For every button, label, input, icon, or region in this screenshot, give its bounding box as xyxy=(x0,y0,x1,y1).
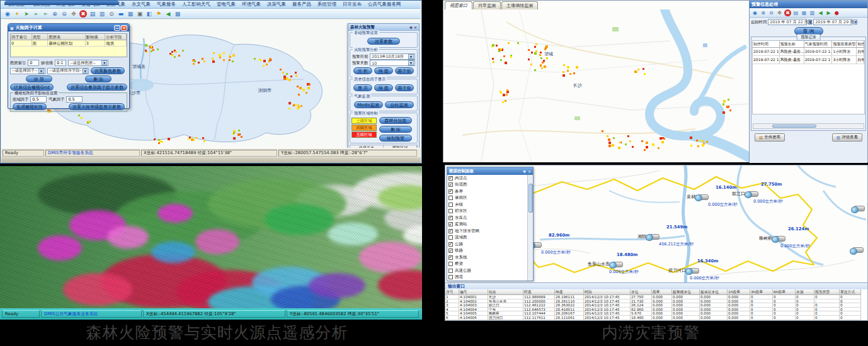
menu-item[interactable]: 气象服务 xyxy=(154,1,178,8)
set-overlay-button[interactable]: 设置综合叠加因子图示参数 xyxy=(67,84,127,91)
zone-button[interactable]: 绘制预警 xyxy=(379,135,412,142)
date-to-picker[interactable]: 2019 年 07 月 29 日▼ xyxy=(813,19,852,25)
layer-item[interactable]: 流域面 xyxy=(447,235,527,242)
pin-icon[interactable]: ⚑ xyxy=(155,10,163,18)
column-header[interactable]: 编号 xyxy=(459,289,488,295)
layer-select[interactable]: --请选择图层--▼ xyxy=(68,60,108,66)
layer-checkbox[interactable] xyxy=(448,235,453,240)
layer-item[interactable]: ✓地下排水管网 xyxy=(447,228,527,235)
menu-item[interactable]: 公共气象服务网 xyxy=(365,1,404,8)
chevron-down-icon[interactable]: ▼ xyxy=(408,60,414,65)
zone-button[interactable]: 森林分区图 xyxy=(379,117,412,124)
monitor-button[interactable]: Modis监测 xyxy=(354,101,383,108)
layer-checkbox[interactable] xyxy=(448,209,453,213)
hydro-station-marker[interactable]: 株树桥26.124m0.000立方米/秒 xyxy=(759,228,841,249)
system-name-link[interactable]: DMIS市州专项服务系统 xyxy=(45,150,140,157)
column-header[interactable]: 预警名称 xyxy=(780,41,804,48)
menu-item[interactable]: 系统管理 xyxy=(315,1,339,8)
image-view-icon[interactable]: ▦ xyxy=(127,10,134,18)
layer-checkbox[interactable] xyxy=(448,203,453,207)
layer-item[interactable]: ✓县界 xyxy=(447,188,527,195)
identify-icon[interactable]: ⊙ xyxy=(108,10,115,18)
layer-item[interactable]: ✓公路 xyxy=(447,241,527,248)
column-header[interactable]: 气象预警时间 xyxy=(804,41,833,48)
factor-table[interactable]: 因子索引类型图层名影响值分析字段0面森林公园区划3地类 xyxy=(10,33,127,57)
warn-date-select[interactable]: 2013年10月18日▼ xyxy=(370,53,415,60)
analysis-button[interactable]: 分 析 xyxy=(353,67,372,74)
layer-checkbox[interactable]: ✓ xyxy=(448,222,453,226)
table-row[interactable]: 14.104001长沙112.98888928.1961112014/12/3 … xyxy=(445,295,867,299)
hydro-station-marker[interactable] xyxy=(852,240,867,261)
layer-checkbox[interactable]: ✓ xyxy=(448,216,453,220)
zoom-out-icon[interactable]: ⊖ xyxy=(60,10,68,18)
chevron-down-icon[interactable]: ▼ xyxy=(854,20,857,25)
sort-field-select[interactable]: --请选择排序字段--▼ xyxy=(47,68,89,74)
tab-2[interactable]: 土壤墒情监测 xyxy=(501,1,538,9)
detail-view-button[interactable]: ▥ 详情查看 xyxy=(832,133,862,142)
forward-icon[interactable]: ▶ xyxy=(825,9,832,16)
file-publish-button[interactable]: ▤ 文件发布 xyxy=(755,133,785,142)
chevron-down-icon[interactable]: ▼ xyxy=(408,54,414,59)
chevron-down-icon[interactable]: ▼ xyxy=(101,60,107,65)
layer-checkbox[interactable]: ✓ xyxy=(448,189,453,194)
dialog-title-bar[interactable]: ▦ 火险因子计算 — ✕ xyxy=(8,24,129,31)
column-header[interactable]: 超保证水位 xyxy=(700,289,728,295)
collapse-icon[interactable]: ▼ xyxy=(523,169,526,174)
set-level-map-button[interactable]: 设置火险等级图显示参数 xyxy=(69,103,125,110)
column-header[interactable]: 图层名 xyxy=(48,34,85,40)
default-value-input[interactable]: 0.1 xyxy=(55,60,66,66)
split-view-icon[interactable]: ▥ xyxy=(809,9,816,16)
layer-item[interactable]: 积水区 xyxy=(447,208,527,215)
column-header[interactable]: 发送方式 xyxy=(840,289,861,295)
column-header[interactable]: 经度 xyxy=(523,289,555,295)
layer-checkbox[interactable]: ✓ xyxy=(448,182,453,187)
column-header[interactable]: 超警戒水位 xyxy=(672,289,700,295)
set-color-button[interactable]: 设置颜色参数 xyxy=(91,67,125,74)
city-map[interactable]: 望城长沙 xyxy=(443,9,750,162)
table-row[interactable]: 0面森林公园区划3地类 xyxy=(11,40,127,47)
system-name-link[interactable]: DMIS公共气象服务业务系统 xyxy=(41,310,142,318)
monitor-button[interactable]: 台站监测 xyxy=(385,101,414,108)
column-header[interactable]: 影响值 xyxy=(86,34,106,40)
add-button[interactable]: 添 加 xyxy=(26,75,52,82)
column-header[interactable]: 6h雨量 xyxy=(773,289,796,295)
menu-item[interactable]: 雷电气象 xyxy=(214,1,238,8)
column-header[interactable]: 3h雨量 xyxy=(750,289,773,295)
history-button[interactable]: 显 示 xyxy=(353,84,372,91)
column-header[interactable]: 因子索引 xyxy=(11,34,32,40)
menu-item[interactable]: 决策气象 xyxy=(265,1,288,8)
pin-icon[interactable]: ✚ xyxy=(409,25,413,30)
layer-item[interactable]: 暴雨区 xyxy=(447,195,527,202)
layer-item[interactable]: 高速公路 xyxy=(447,267,527,274)
layer-checkbox[interactable]: ✓ xyxy=(448,242,453,247)
close-icon[interactable]: ✕ xyxy=(414,25,417,30)
layer-checkbox[interactable] xyxy=(448,262,453,266)
layer-checkbox[interactable] xyxy=(448,269,453,273)
set-params-button[interactable]: 设置参数 xyxy=(367,38,400,45)
vertical-scrollbar[interactable] xyxy=(527,175,533,281)
column-header[interactable]: 序号 xyxy=(445,289,459,295)
menu-item[interactable]: 日常发布 xyxy=(340,1,364,8)
history-button[interactable]: 因子值 xyxy=(395,84,414,91)
layer-item[interactable]: ✓水系线 xyxy=(447,254,527,261)
layer-item[interactable]: 桥梁 xyxy=(447,261,527,268)
layer-item[interactable]: ✓监测站 xyxy=(447,221,527,228)
back-icon[interactable]: ◀ xyxy=(817,9,824,16)
layer-item[interactable]: ✓铁路 xyxy=(447,248,527,255)
column-header[interactable]: 纬度 xyxy=(555,289,584,295)
tab-0[interactable]: 视图窗口 xyxy=(445,1,472,9)
chevron-down-icon[interactable]: ▼ xyxy=(83,69,88,74)
delete-button[interactable]: 删 除 xyxy=(85,75,111,82)
close-view-icon[interactable]: ✖ xyxy=(784,9,791,16)
tag-icon[interactable]: ✦ xyxy=(13,10,21,18)
globe-icon[interactable]: ◉ xyxy=(4,10,11,18)
analysis-button[interactable]: 因子值 xyxy=(395,67,414,74)
layer-checkbox[interactable]: ✓ xyxy=(448,248,453,253)
chevron-down-icon[interactable]: ▼ xyxy=(38,69,44,74)
menu-item[interactable]: 水文气象 xyxy=(129,1,153,8)
layer-index-input[interactable]: 0 xyxy=(28,60,39,66)
tab-1[interactable]: 日常监测 xyxy=(473,1,501,9)
close-view-icon[interactable]: ✖ xyxy=(79,10,87,18)
legend-panel-icon[interactable]: ▤ xyxy=(792,9,799,16)
next-view-icon[interactable]: ➣ xyxy=(42,10,49,18)
